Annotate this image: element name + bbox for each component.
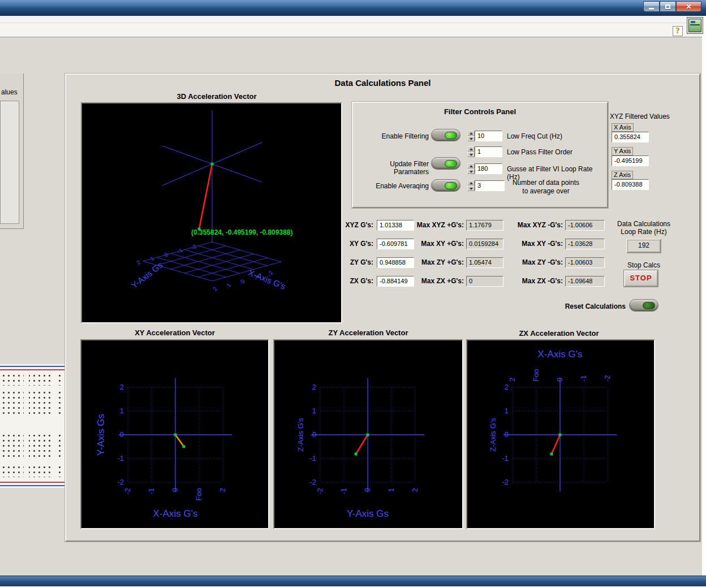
toggle-led: [445, 160, 457, 167]
max-xyz-neg-value: -1.00606: [565, 220, 605, 231]
enable-averaging-label: Enable Averaqing: [361, 182, 429, 190]
low-freq-spinner[interactable]: [467, 131, 475, 141]
background-window-titlebar: [0, 576, 706, 586]
reset-calculations-toggle[interactable]: [629, 299, 658, 312]
svg-text:0: 0: [312, 430, 316, 439]
spin-down-icon[interactable]: [467, 136, 475, 141]
z-axis-filtered-value: -0.809388: [612, 179, 649, 190]
max-zy-pos-value: 1.05474: [466, 257, 503, 268]
window-controls: ✕: [643, 1, 701, 12]
averaging-points-label-line2: to average over: [505, 187, 587, 195]
update-filter-parameters-toggle[interactable]: [431, 157, 460, 170]
y-axis-field-label: Y Axis: [612, 147, 633, 155]
toggle-led: [445, 182, 457, 189]
svg-text:0: 0: [120, 430, 124, 439]
max-xy-pos-value: 0.0159284: [466, 239, 503, 249]
filter-loop-rate-spinner[interactable]: [467, 163, 475, 174]
svg-text:1: 1: [312, 407, 316, 415]
zy-graph-title: ZY Acceleration Vector: [300, 328, 436, 337]
averaging-points-spinner[interactable]: [467, 180, 475, 191]
averaging-points-label-line1: Number of data points: [505, 179, 587, 187]
filter-order-input[interactable]: 1: [475, 146, 502, 157]
fragment-box: [0, 101, 19, 224]
svg-text:-1: -1: [309, 454, 316, 462]
spin-up-icon[interactable]: [467, 180, 475, 185]
loop-rate-label-line1: Data Calculations: [613, 220, 675, 228]
z-axis-field-label: Z Axis: [612, 171, 633, 179]
close-icon: ✕: [686, 3, 691, 11]
stop-calcs-label: Stop Calcs: [621, 261, 666, 269]
svg-text:-2: -2: [123, 488, 132, 495]
svg-text:-2: -2: [117, 478, 124, 486]
stop-button[interactable]: STOP: [624, 270, 658, 287]
svg-text:-2: -2: [316, 488, 324, 495]
svg-text:Y-Axis Gs: Y-Axis Gs: [347, 508, 389, 519]
spin-up-icon[interactable]: [467, 131, 475, 136]
filter-loop-rate-input[interactable]: 180: [475, 163, 502, 174]
window-titlebar[interactable]: ✕: [0, 0, 706, 16]
svg-text:-1: -1: [176, 247, 184, 254]
spin-down-icon[interactable]: [467, 152, 475, 157]
max-zx-pos-value: 0: [466, 276, 503, 287]
maximize-button[interactable]: [660, 1, 676, 12]
filter-order-spinner[interactable]: [467, 146, 475, 157]
filter-controls-panel: Filter Controls Panel Enable Filtering 1…: [352, 102, 608, 208]
x-axis-filtered-value: 0.355824: [612, 132, 649, 142]
spin-down-icon[interactable]: [467, 186, 475, 191]
panel-title: Data Calculations Panel: [65, 78, 700, 88]
help-button[interactable]: ?: [673, 26, 683, 36]
svg-text:0: 0: [505, 430, 509, 439]
max-zy-neg-label: Max ZY -G's:: [501, 258, 563, 266]
max-zy-neg-value: -1.00603: [565, 257, 605, 268]
svg-text:0: 0: [556, 378, 564, 382]
svg-text:2: 2: [508, 378, 516, 382]
svg-text:Y-Axis Gs: Y-Axis Gs: [96, 414, 106, 456]
breadboard-image: [0, 364, 64, 488]
enable-averaging-toggle[interactable]: [431, 179, 460, 192]
filter-order-label: Low Pass Filter Order: [507, 148, 572, 156]
breadboard-blue-rail-top: [0, 366, 64, 367]
low-freq-label: Low Freq Cut (Hz): [507, 132, 562, 140]
breadboard-holes-bottom-rail: [1, 465, 63, 477]
max-zy-pos-label: Max ZY +G's:: [403, 258, 464, 266]
breadboard-blue-rail-bottom: [0, 485, 64, 486]
breadboard-holes-top-rail: [1, 373, 63, 386]
toggle-led: [643, 302, 655, 309]
svg-text:-2: -2: [502, 478, 509, 486]
low-freq-input[interactable]: 10: [475, 131, 502, 141]
fragment-label: alues: [1, 88, 18, 96]
svg-text:0: 0: [363, 488, 372, 492]
xy-gs-label: XY G's:: [316, 240, 373, 248]
xy-graph-title: XY Acceleration Vector: [107, 328, 243, 337]
svg-text:2: 2: [212, 286, 218, 292]
svg-text:-1: -1: [579, 375, 588, 382]
maximize-icon: [665, 5, 670, 9]
spin-down-icon[interactable]: [467, 169, 475, 174]
max-zx-pos-label: Max ZX +G's:: [403, 277, 464, 285]
svg-text:0: 0: [171, 488, 179, 492]
max-xy-neg-label: Max XY -G's:: [501, 240, 563, 248]
minimize-button[interactable]: [643, 1, 660, 12]
xyz-gs-label: XYZ G's:: [316, 221, 373, 229]
enable-filtering-toggle[interactable]: [431, 129, 460, 141]
zx-graph-plot: 210-1-22Foo0-1-2X-Axis G'sZ-Axis G's: [466, 339, 655, 529]
zy-gs-label: ZY G's:: [316, 258, 373, 266]
zx-gs-label: ZX G's:: [316, 277, 373, 285]
max-xyz-pos-label: Max XYZ +G's:: [403, 221, 464, 229]
svg-text:0: 0: [239, 278, 246, 284]
close-button[interactable]: ✕: [676, 1, 701, 12]
svg-text:X-Axis G's: X-Axis G's: [247, 267, 287, 291]
background-window-fragment: alues: [0, 74, 24, 229]
update-filter-parameters-label: Update Filter Paramaters: [353, 160, 429, 176]
vi-icon[interactable]: [687, 17, 703, 34]
spin-up-icon[interactable]: [467, 163, 475, 168]
svg-text:-2: -2: [309, 478, 316, 486]
vi-icon-image: [688, 19, 701, 32]
spin-up-icon[interactable]: [467, 146, 475, 152]
max-xyz-pos-value: 1.17679: [466, 220, 503, 231]
svg-text:-1: -1: [117, 454, 124, 462]
svg-text:-1: -1: [502, 454, 509, 462]
xy-graph-plot: 210-1-2-2-10Foo2X-Axis G'sY-Axis Gs: [80, 339, 269, 529]
averaging-points-input[interactable]: 3: [475, 180, 505, 191]
screen: ✕ ? alues Data Calculations Panel 3D Acc…: [0, 0, 706, 588]
